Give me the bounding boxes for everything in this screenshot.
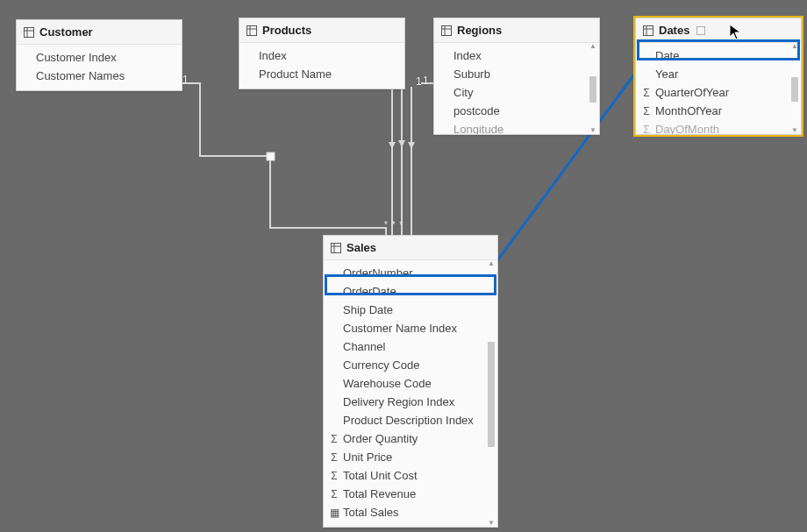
svg-rect-14: [644, 25, 653, 35]
scrollbar[interactable]: ▲ ▼: [790, 43, 799, 134]
field-label: Total Unit Cost: [343, 469, 418, 482]
scroll-down-icon[interactable]: ▼: [488, 520, 495, 527]
scroll-up-icon[interactable]: ▲: [589, 43, 596, 50]
cardinality-one-customer: 1: [182, 74, 189, 86]
scroll-thumb[interactable]: [791, 77, 798, 102]
scrollbar[interactable]: ▲ ▼: [589, 43, 597, 134]
field-label: Customer Name Index: [343, 322, 457, 335]
field-label: Date: [655, 49, 679, 62]
field-row[interactable]: OrderDate: [324, 282, 497, 301]
field-label: Customer Names: [36, 69, 125, 82]
table-header[interactable]: Customer: [17, 20, 182, 45]
field-label: Currency Code: [343, 358, 419, 372]
field-row[interactable]: ΣUnit Price: [324, 448, 497, 466]
table-header[interactable]: Sales: [324, 236, 497, 260]
sigma-icon: Σ: [329, 433, 339, 445]
scroll-up-icon[interactable]: ▲: [791, 43, 798, 50]
sigma-icon: Σ: [641, 87, 652, 99]
field-label: Total Revenue: [343, 487, 416, 500]
table-header[interactable]: Products: [239, 18, 404, 43]
svg-rect-18: [332, 243, 341, 252]
field-label: Index: [453, 49, 482, 62]
field-label: Index: [259, 49, 287, 62]
field-row[interactable]: ΣDayOfMonth: [636, 120, 801, 134]
field-row[interactable]: Longitude: [434, 120, 599, 134]
svg-rect-17: [697, 26, 705, 34]
field-label: Ship Date: [343, 303, 393, 316]
sigma-icon: Σ: [641, 124, 652, 135]
field-label: Suburb: [453, 67, 490, 81]
table-icon: [441, 25, 452, 36]
table-title: Products: [262, 24, 311, 37]
field-label: City: [453, 86, 473, 99]
field-label: OrderDate: [343, 285, 396, 298]
table-dates[interactable]: Dates Date Year ΣQuarterOfYear ΣMonthOfY…: [635, 18, 802, 135]
field-row[interactable]: Date: [636, 46, 801, 65]
field-row[interactable]: Index: [434, 46, 599, 65]
sigma-icon: Σ: [329, 451, 339, 464]
field-row[interactable]: ΣTotal Revenue: [324, 485, 497, 503]
field-label: Year: [655, 67, 678, 81]
field-row[interactable]: Suburb: [434, 65, 599, 83]
cardinality-one-products: 1: [416, 75, 422, 88]
field-row[interactable]: Warehouse Code: [324, 374, 497, 393]
field-row[interactable]: ΣOrder Quantity: [324, 429, 497, 448]
scroll-down-icon[interactable]: ▼: [589, 127, 596, 134]
table-title: Regions: [457, 24, 502, 37]
field-row[interactable]: Delivery Region Index: [324, 393, 497, 411]
field-row[interactable]: Currency Code: [324, 356, 497, 374]
sigma-icon: Σ: [641, 105, 652, 117]
field-row[interactable]: postcode: [434, 102, 599, 120]
field-row[interactable]: Year: [636, 65, 801, 83]
field-label: OrderNumber: [343, 266, 412, 280]
model-canvas[interactable]: 1 1 1 * * * Customer Customer Index Cust…: [0, 0, 807, 532]
field-label: Product Name: [259, 67, 332, 81]
field-label: MonthOfYear: [655, 104, 722, 117]
field-label: postcode: [453, 104, 500, 117]
table-icon: [246, 25, 257, 36]
scroll-thumb[interactable]: [488, 342, 495, 447]
svg-marker-3: [408, 142, 415, 149]
scroll-up-icon[interactable]: ▲: [488, 260, 495, 267]
field-label: Product Description Index: [343, 414, 474, 427]
field-label: Customer Index: [36, 51, 117, 64]
table-title: Customer: [39, 25, 93, 39]
scrollbar[interactable]: ▲ ▼: [487, 260, 496, 527]
svg-rect-5: [25, 27, 34, 37]
table-customer[interactable]: Customer Customer Index Customer Names: [16, 19, 182, 91]
scroll-down-icon[interactable]: ▼: [791, 127, 798, 134]
field-label: Order Quantity: [343, 432, 418, 445]
table-icon: [331, 243, 341, 253]
field-label: Warehouse Code: [343, 377, 432, 390]
table-title: Dates: [659, 24, 689, 37]
svg-rect-0: [267, 153, 275, 160]
table-icon: [643, 25, 653, 36]
field-row[interactable]: Customer Name Index: [324, 319, 497, 337]
field-row[interactable]: City: [434, 83, 599, 102]
table-header[interactable]: Dates: [636, 18, 801, 43]
field-row[interactable]: ΣQuarterOfYear: [636, 83, 801, 102]
calculator-icon: ▦: [329, 507, 339, 519]
field-row[interactable]: Ship Date: [324, 301, 497, 319]
table-title: Sales: [346, 241, 376, 254]
table-regions[interactable]: Regions Index Suburb City postcode Longi…: [433, 18, 600, 135]
table-header[interactable]: Regions: [434, 18, 599, 43]
scroll-thumb[interactable]: [589, 76, 596, 103]
cardinality-one-regions: 1: [423, 74, 429, 87]
field-row[interactable]: Product Description Index: [324, 411, 497, 429]
table-products[interactable]: Products Index Product Name: [239, 18, 405, 89]
field-row[interactable]: Channel: [324, 337, 497, 356]
sigma-icon: Σ: [329, 488, 339, 500]
date-badge-icon: [696, 26, 705, 35]
field-row[interactable]: Customer Names: [17, 67, 182, 85]
field-label: Channel: [343, 340, 385, 353]
table-sales[interactable]: Sales OrderNumber OrderDate Ship Date Cu…: [323, 235, 498, 528]
field-row[interactable]: OrderNumber: [324, 264, 497, 282]
field-row[interactable]: Product Name: [239, 65, 404, 83]
field-row[interactable]: ▦Total Sales: [324, 503, 497, 521]
field-row[interactable]: Index: [239, 46, 404, 65]
field-row[interactable]: ΣTotal Unit Cost: [324, 466, 497, 485]
field-row[interactable]: ΣMonthOfYear: [636, 102, 801, 120]
field-row[interactable]: Customer Index: [17, 48, 182, 67]
sigma-icon: Σ: [329, 470, 339, 482]
